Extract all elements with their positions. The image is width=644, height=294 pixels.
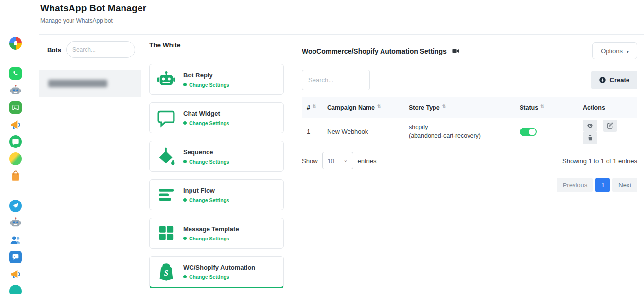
page-header: WhatsApp Bot Manager Manage your WhatsAp… bbox=[40, 3, 146, 24]
selected-bot-name: The White bbox=[149, 41, 284, 49]
feature-card-title: Bot Reply bbox=[183, 72, 229, 79]
feature-card-input-flow[interactable]: Input Flow Change Settings bbox=[149, 179, 284, 210]
options-button[interactable]: Options bbox=[592, 42, 637, 59]
gallery-icon[interactable] bbox=[9, 101, 22, 114]
change-settings-link[interactable]: Change Settings bbox=[183, 236, 239, 241]
change-settings-link[interactable]: Change Settings bbox=[183, 197, 229, 203]
bots-search-input[interactable] bbox=[66, 41, 135, 58]
change-settings-link[interactable]: Change Settings bbox=[183, 274, 255, 280]
status-toggle[interactable] bbox=[520, 128, 537, 136]
bot-list-item[interactable] bbox=[39, 70, 141, 97]
feature-card-title: Input Flow bbox=[183, 187, 229, 194]
feature-card-sequence[interactable]: Sequence Change Settings bbox=[149, 141, 284, 172]
change-settings-link[interactable]: Change Settings bbox=[183, 120, 229, 126]
column-header-store-type[interactable]: Store Type bbox=[404, 104, 515, 111]
cell-status bbox=[515, 128, 578, 136]
content-area: Bots The White Bot Reply Change Settings bbox=[39, 34, 644, 294]
column-header-campaign-name[interactable]: Campaign Name bbox=[322, 104, 404, 111]
video-tutorial-icon[interactable] bbox=[452, 47, 460, 55]
edit-icon bbox=[607, 122, 613, 129]
page-title: WhatsApp Bot Manager bbox=[40, 3, 146, 14]
status-dot-icon bbox=[183, 275, 187, 278]
sort-icon[interactable] bbox=[313, 102, 316, 109]
change-settings-link[interactable]: Change Settings bbox=[183, 159, 229, 165]
change-settings-link[interactable]: Change Settings bbox=[183, 82, 229, 88]
paint-fill-icon bbox=[156, 146, 177, 167]
pagination: Previous 1 Next bbox=[302, 178, 637, 192]
cell-campaign-name: New Webhook bbox=[322, 128, 404, 135]
cell-index: 1 bbox=[302, 128, 322, 135]
status-dot-icon bbox=[183, 121, 187, 125]
parrot-icon[interactable] bbox=[9, 152, 22, 165]
entries-label: entries bbox=[358, 157, 377, 165]
table-row: 1 New Webhook shopify (abandoned-cart-re… bbox=[302, 118, 637, 146]
status-dot-icon bbox=[183, 237, 187, 240]
feature-card-title: WC/Shopify Automation bbox=[183, 264, 255, 271]
next-page-button[interactable]: Next bbox=[612, 178, 637, 192]
column-header-index[interactable]: # bbox=[302, 104, 322, 111]
status-dot-icon bbox=[183, 83, 187, 86]
delete-button[interactable] bbox=[583, 132, 597, 144]
sort-icon[interactable] bbox=[540, 102, 544, 109]
showing-entries-text: Showing 1 to 1 of 1 entries bbox=[562, 157, 637, 165]
automations-table: # Campaign Name Store Type Status Action… bbox=[302, 97, 637, 146]
feature-card-chat-widget[interactable]: Chat Widget Change Settings bbox=[149, 102, 284, 133]
feature-card-bot-reply[interactable]: Bot Reply Change Settings bbox=[149, 64, 284, 95]
view-button[interactable] bbox=[583, 120, 597, 132]
feature-card-title: Sequence bbox=[183, 148, 229, 156]
campaign-megaphone-icon[interactable] bbox=[9, 118, 22, 131]
telegram-bot-icon[interactable] bbox=[9, 217, 22, 229]
robot-icon bbox=[156, 69, 177, 90]
feature-card-title: Chat Widget bbox=[183, 110, 229, 117]
partial-bottom-icon[interactable] bbox=[9, 285, 22, 294]
column-header-status[interactable]: Status bbox=[515, 104, 578, 111]
bots-panel: Bots bbox=[39, 35, 141, 294]
table-header-row: # Campaign Name Store Type Status Action… bbox=[302, 97, 637, 118]
settings-title: WooCommerce/Shopify Automation Settings bbox=[302, 47, 447, 55]
chevron-down-icon bbox=[343, 157, 348, 165]
bot-features-panel: The White Bot Reply Change Settings bbox=[141, 35, 292, 294]
table-search-input[interactable] bbox=[302, 70, 370, 90]
app-logo-icon[interactable] bbox=[9, 37, 22, 50]
app-icon-rail bbox=[0, 0, 31, 294]
user-groups-icon[interactable] bbox=[9, 234, 22, 246]
cell-store-type: shopify (abandoned-cart-recovery) bbox=[404, 123, 515, 140]
whatsapp-icon[interactable] bbox=[9, 67, 22, 80]
page-subtitle: Manage your WhatsApp bot bbox=[40, 18, 146, 24]
edit-button[interactable] bbox=[603, 120, 617, 132]
shopping-bag-icon[interactable] bbox=[9, 169, 22, 182]
status-dot-icon bbox=[183, 160, 187, 163]
grid-icon bbox=[156, 222, 177, 244]
plus-circle-icon bbox=[599, 76, 606, 84]
previous-page-button[interactable]: Previous bbox=[557, 178, 593, 192]
page-size-select[interactable]: 10 bbox=[322, 152, 353, 169]
show-label: Show bbox=[302, 157, 318, 165]
messenger-chat-icon[interactable] bbox=[9, 135, 22, 148]
cell-actions bbox=[578, 120, 637, 144]
shopify-bag-icon: S bbox=[156, 261, 177, 282]
sort-icon[interactable] bbox=[377, 102, 381, 109]
column-header-actions: Actions bbox=[578, 104, 637, 111]
bots-label: Bots bbox=[47, 46, 61, 54]
chat-bubble-icon bbox=[156, 107, 177, 129]
feature-card-title: Message Template bbox=[183, 225, 239, 233]
create-button[interactable]: Create bbox=[591, 71, 637, 89]
svg-text:S: S bbox=[164, 269, 169, 277]
automation-settings-panel: WooCommerce/Shopify Automation Settings … bbox=[292, 35, 644, 294]
chat-automation-icon[interactable] bbox=[9, 251, 22, 263]
trash-icon bbox=[587, 134, 593, 141]
feature-card-wc-shopify-automation[interactable]: S WC/Shopify Automation Change Settings bbox=[149, 256, 284, 288]
bot-name-redacted bbox=[48, 80, 107, 87]
chevron-down-icon bbox=[627, 47, 629, 55]
telegram-campaign-icon[interactable] bbox=[9, 268, 22, 280]
status-dot-icon bbox=[183, 198, 187, 202]
eye-icon bbox=[587, 122, 593, 129]
bars-icon bbox=[156, 184, 177, 205]
feature-card-message-template[interactable]: Message Template Change Settings bbox=[149, 218, 284, 249]
telegram-icon[interactable] bbox=[9, 200, 22, 212]
whatsapp-bot-icon[interactable] bbox=[9, 84, 22, 97]
sort-icon[interactable] bbox=[442, 102, 446, 109]
page-1-button[interactable]: 1 bbox=[595, 178, 610, 192]
